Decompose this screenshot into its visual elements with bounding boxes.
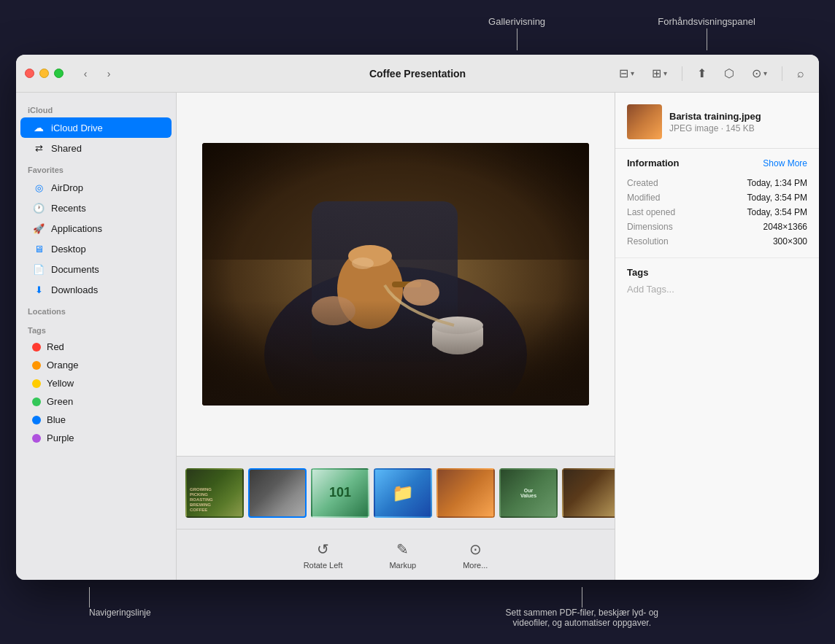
rotate-left-icon: ↺ <box>317 540 329 558</box>
thumbnail-item[interactable] <box>248 468 307 518</box>
thumbnail-item[interactable]: 📁 <box>374 468 432 518</box>
sidebar-item-tag-yellow[interactable]: Yellow <box>20 374 172 392</box>
search-button[interactable]: ⌕ <box>791 64 810 83</box>
gallery-image <box>202 143 589 406</box>
view-grid-icon: ⊟ <box>619 66 628 80</box>
more-actions-button[interactable]: ⊙ ▾ <box>746 63 773 83</box>
back-button[interactable]: ‹ <box>75 66 96 82</box>
sidebar-item-downloads[interactable]: ⬇ Downloads <box>20 279 172 300</box>
sidebar-item-shared[interactable]: ⇄ Shared <box>20 138 172 158</box>
sidebar-item-airdrop[interactable]: ◎ AirDrop <box>20 177 172 198</box>
preview-file-info: Barista training.jpeg JPEG image · 145 K… <box>669 111 807 133</box>
documents-label: Documents <box>51 264 99 275</box>
sidebar-item-tag-green[interactable]: Green <box>20 392 172 411</box>
info-row-last-opened: Last opened Today, 3:54 PM <box>627 205 807 220</box>
markup-label: Markup <box>389 561 416 570</box>
add-tags-field[interactable]: Add Tags... <box>627 284 807 295</box>
navigation-buttons: ‹ › <box>75 66 119 82</box>
annotation-navigation-bar: Navigeringslinje <box>89 608 151 618</box>
tag-purple-dot <box>32 434 41 443</box>
resolution-label: Resolution <box>627 236 669 247</box>
documents-icon: 📄 <box>32 263 45 276</box>
created-value: Today, 1:34 PM <box>747 178 808 188</box>
shared-icon: ⇄ <box>32 141 45 155</box>
icloud-drive-label: iCloud Drive <box>51 123 103 133</box>
resolution-value: 300×300 <box>773 236 807 247</box>
info-row-modified: Modified Today, 3:54 PM <box>627 190 807 205</box>
locations-section-header: Locations <box>16 300 176 319</box>
info-row-created: Created Today, 1:34 PM <box>627 176 807 190</box>
sidebar-item-tag-blue[interactable]: Blue <box>20 411 172 429</box>
more-icon: ⊙ <box>752 66 761 80</box>
preview-header: Barista training.jpeg JPEG image · 145 K… <box>615 93 819 149</box>
tags-section: Tags Add Tags... <box>615 258 819 303</box>
desktop-icon: 🖥 <box>32 242 45 255</box>
last-opened-value: Today, 3:54 PM <box>747 207 808 217</box>
share-button[interactable]: ⬆ <box>691 63 712 83</box>
tag-red-label: Red <box>47 341 64 352</box>
thumbnail-item[interactable]: OurValues <box>499 468 558 518</box>
view-chevron-icon: ▾ <box>631 69 634 77</box>
preview-filetype: JPEG image · 145 KB <box>669 123 807 133</box>
rotate-left-button[interactable]: ↺ Rotate Left <box>295 536 352 574</box>
window-title: Coffee Presentation <box>369 68 466 79</box>
shared-label: Shared <box>51 143 82 154</box>
applications-icon: 🚀 <box>32 222 45 235</box>
sidebar: iCloud ☁ iCloud Drive ⇄ Shared Favorites… <box>16 93 177 580</box>
markup-button[interactable]: ✎ Markup <box>380 536 425 574</box>
preview-thumbnail <box>627 104 662 139</box>
information-section: Information Show More Created Today, 1:3… <box>615 149 819 258</box>
info-row-resolution: Resolution 300×300 <box>627 234 807 249</box>
more-button[interactable]: ⊙ More... <box>454 536 496 574</box>
tag-blue-label: Blue <box>47 414 66 425</box>
svg-point-11 <box>312 296 355 325</box>
toolbar-divider-1 <box>682 66 682 81</box>
sidebar-item-icloud-drive[interactable]: ☁ iCloud Drive <box>20 117 172 138</box>
finder-window: ‹ › Coffee Presentation ⊟ ▾ ⊞ ▾ ⬆ <box>16 55 819 580</box>
tag-green-label: Green <box>47 396 73 407</box>
sidebar-item-desktop[interactable]: 🖥 Desktop <box>20 238 172 259</box>
tag-orange-label: Orange <box>47 360 78 371</box>
dimensions-value: 2048×1366 <box>763 222 807 232</box>
maximize-button[interactable] <box>54 69 64 78</box>
icloud-section-header: iCloud <box>16 98 176 117</box>
sidebar-item-tag-purple[interactable]: Purple <box>20 429 172 447</box>
downloads-label: Downloads <box>51 284 98 295</box>
thumbnail-item[interactable]: 101 <box>311 468 369 518</box>
svg-point-9 <box>432 317 483 334</box>
thumbnail-item[interactable] <box>562 468 615 518</box>
sidebar-item-recents[interactable]: 🕐 Recents <box>20 198 172 218</box>
thumbnail-item[interactable]: GROWINGPICKINGROASTINGBREWINGCOFFEE <box>185 468 244 518</box>
close-button[interactable] <box>25 69 34 78</box>
tags-button[interactable]: ⬡ <box>718 63 740 83</box>
sidebar-item-documents[interactable]: 📄 Documents <box>20 259 172 279</box>
main-content: iCloud ☁ iCloud Drive ⇄ Shared Favorites… <box>16 93 819 580</box>
downloads-icon: ⬇ <box>32 283 45 296</box>
tag-yellow-dot <box>32 379 41 388</box>
sidebar-item-tag-red[interactable]: Red <box>20 338 172 356</box>
annotation-bottom-description: Sett sammen PDF-filer, beskjær lyd- ogvi… <box>506 608 658 628</box>
created-label: Created <box>627 178 658 188</box>
thumbnail-strip: GROWINGPICKINGROASTINGBREWINGCOFFEE 101 … <box>177 456 615 529</box>
tags-icon: ⬡ <box>724 66 734 80</box>
dimensions-label: Dimensions <box>627 222 673 232</box>
sidebar-item-tag-orange[interactable]: Orange <box>20 356 172 374</box>
more-actions-icon: ⊙ <box>469 540 482 558</box>
barista-svg <box>202 143 589 406</box>
preview-panel: Barista training.jpeg JPEG image · 145 K… <box>615 93 819 580</box>
favorites-section-header: Favorites <box>16 158 176 177</box>
information-title: Information <box>627 158 680 168</box>
minimize-button[interactable] <box>39 69 49 78</box>
sidebar-item-applications[interactable]: 🚀 Applications <box>20 218 172 238</box>
search-icon: ⌕ <box>797 67 804 80</box>
desktop-label: Desktop <box>51 244 86 255</box>
titlebar: ‹ › Coffee Presentation ⊟ ▾ ⊞ ▾ ⬆ <box>16 55 819 93</box>
view-switcher-button[interactable]: ⊟ ▾ <box>613 63 640 83</box>
tag-purple-label: Purple <box>47 432 74 443</box>
show-more-button[interactable]: Show More <box>763 158 807 168</box>
thumbnail-item[interactable] <box>436 468 495 518</box>
forward-button[interactable]: › <box>99 66 119 82</box>
more-actions-label: More... <box>463 561 488 570</box>
group-button[interactable]: ⊞ ▾ <box>646 63 673 83</box>
modified-value: Today, 3:54 PM <box>747 193 808 203</box>
